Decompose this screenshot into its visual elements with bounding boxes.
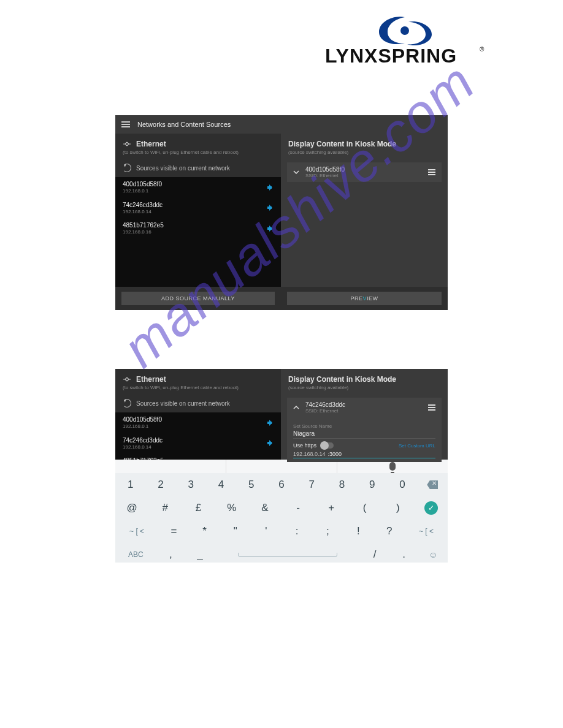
keyboard-key[interactable]: = — [158, 520, 189, 543]
keyboard-key[interactable]: 1 — [115, 473, 145, 496]
refresh-icon — [123, 164, 131, 172]
refresh-icon — [123, 399, 131, 408]
source-item[interactable]: 400d105d58f0192.168.0.1 — [115, 177, 281, 198]
kiosk-card-header[interactable]: 74c246cd3ddc SSID: Ethernet — [287, 398, 442, 417]
ethernet-icon — [123, 141, 131, 147]
kiosk-source-card[interactable]: 400d105d58f0 SSID: Ethernet — [287, 162, 442, 182]
source-item[interactable]: 74c246cd3ddc192.168.0.14 — [115, 198, 281, 219]
list-icon[interactable] — [428, 169, 435, 175]
keyboard-key[interactable]: 7 — [297, 473, 327, 496]
spacebar-key[interactable] — [215, 543, 361, 563]
keyboard-key[interactable]: & — [248, 496, 282, 520]
preview-button[interactable]: PREVIEW — [287, 292, 442, 305]
screenshot-edit-source: Ethernet (to switch to WiFi, un-plug Eth… — [115, 369, 448, 563]
kiosk-sub: (source switching available) — [281, 385, 448, 395]
ethernet-subtext: (to switch to WiFi, un-plug Ethernet cab… — [115, 150, 281, 160]
keyboard-key[interactable]: . — [389, 543, 419, 563]
keyboard-key[interactable]: ? — [374, 520, 405, 543]
keyboard-key[interactable]: 0 — [387, 473, 417, 496]
chevron-up-icon — [293, 404, 299, 411]
keyboard-key[interactable]: 4 — [206, 473, 236, 496]
keyboard-key[interactable]: # — [148, 496, 182, 520]
svg-text:®: ® — [480, 46, 484, 53]
screenshot-networks-sources: Networks and Content Sources Ethernet (t… — [115, 115, 448, 310]
keyboard-key[interactable]: : — [282, 520, 312, 543]
arrow-right-icon — [267, 420, 275, 426]
keyboard-key[interactable]: 5 — [236, 473, 266, 496]
set-custom-url-link[interactable]: Set Custom URL — [399, 443, 435, 449]
svg-text:LYNXSPRING: LYNXSPRING — [325, 45, 457, 66]
arrow-right-icon — [267, 440, 275, 446]
source-item[interactable]: 4851b71762e5192.168.0.16 — [115, 218, 281, 239]
lynxspring-logo: LYNXSPRING ® — [325, 11, 484, 69]
keyboard-key[interactable]: + — [315, 496, 348, 520]
source-list: 400d105d58f0192.168.0.1 74c246cd3ddc192.… — [115, 177, 281, 287]
keyboard-key[interactable]: , — [156, 543, 186, 563]
source-item[interactable]: 74c246cd3ddc192.168.0.14 — [115, 433, 281, 454]
list-icon[interactable] — [428, 404, 435, 411]
keyboard-key[interactable]: - — [282, 496, 315, 520]
emoji-key[interactable]: ☺ — [418, 543, 448, 563]
screen-title: Networks and Content Sources — [137, 121, 231, 128]
kiosk-sub: (source switching available) — [281, 150, 448, 160]
keyboard-key[interactable]: ) — [381, 496, 415, 520]
kiosk-heading: Display Content in Kiosk Mode — [281, 134, 448, 150]
refresh-sources-row[interactable]: Sources visible on current network — [115, 395, 281, 412]
backspace-key[interactable] — [418, 473, 448, 496]
arrow-right-icon — [267, 184, 275, 191]
arrow-right-icon — [267, 205, 275, 211]
enter-key[interactable]: ✓ — [415, 496, 448, 520]
keyboard-key[interactable]: % — [215, 496, 248, 520]
keyboard-key[interactable]: 2 — [145, 473, 175, 496]
abc-mode-key[interactable]: ABC — [115, 543, 156, 563]
keyboard-key[interactable]: * — [189, 520, 220, 543]
on-screen-keyboard: 1234567890 @#£%&-+()✓ ~ [ <=*"':;!?~ [ <… — [115, 460, 448, 563]
use-https-toggle[interactable] — [320, 442, 334, 449]
keyboard-key[interactable]: ! — [343, 520, 373, 543]
kiosk-heading: Display Content in Kiosk Mode — [281, 369, 448, 385]
source-list: 400d105d58f0192.168.0.1 74c246cd3ddc192.… — [115, 412, 281, 460]
symbols-right-key[interactable]: ~ [ < — [405, 520, 448, 543]
source-name-input[interactable]: Niagara — [293, 429, 435, 439]
kiosk-source-card-expanded: 74c246cd3ddc SSID: Ethernet Set Source N… — [287, 398, 442, 462]
keyboard-key[interactable]: 8 — [327, 473, 357, 496]
keyboard-key[interactable]: @ — [115, 496, 148, 520]
url-input[interactable]: 192.168.0.14 :3000 — [293, 451, 435, 458]
keyboard-key[interactable]: / — [360, 543, 389, 563]
keyboard-key[interactable]: _ — [185, 543, 215, 563]
keyboard-key[interactable]: ; — [312, 520, 343, 543]
keyboard-key[interactable]: £ — [182, 496, 215, 520]
app-titlebar: Networks and Content Sources — [115, 115, 448, 134]
keyboard-key[interactable]: ' — [251, 520, 282, 543]
keyboard-key[interactable]: 6 — [266, 473, 296, 496]
symbols-left-key[interactable]: ~ [ < — [115, 520, 158, 543]
source-name-label: Set Source Name — [293, 423, 435, 429]
keyboard-key[interactable]: " — [220, 520, 251, 543]
use-https-label: Use https — [293, 442, 316, 449]
ethernet-subtext: (to switch to WiFi, un-plug Ethernet cab… — [115, 385, 281, 395]
keyboard-key[interactable]: 3 — [176, 473, 206, 496]
ethernet-heading: Ethernet — [115, 369, 281, 385]
ethernet-heading: Ethernet — [115, 134, 281, 150]
refresh-sources-row[interactable]: Sources visible on current network — [115, 160, 281, 177]
arrow-right-icon — [267, 226, 275, 232]
hamburger-menu-icon[interactable] — [121, 121, 130, 127]
chevron-down-icon — [293, 169, 299, 175]
add-source-manually-button[interactable]: ADD SOURCE MANUALLY — [121, 292, 275, 305]
microphone-icon[interactable] — [389, 462, 396, 471]
source-item[interactable]: 4851b71762e5192.168.0.16 — [115, 453, 281, 460]
ethernet-icon — [123, 376, 131, 382]
source-item[interactable]: 400d105d58f0192.168.0.1 — [115, 412, 281, 433]
keyboard-key[interactable]: 9 — [357, 473, 387, 496]
keyboard-key[interactable]: ( — [348, 496, 381, 520]
svg-point-0 — [400, 26, 409, 35]
